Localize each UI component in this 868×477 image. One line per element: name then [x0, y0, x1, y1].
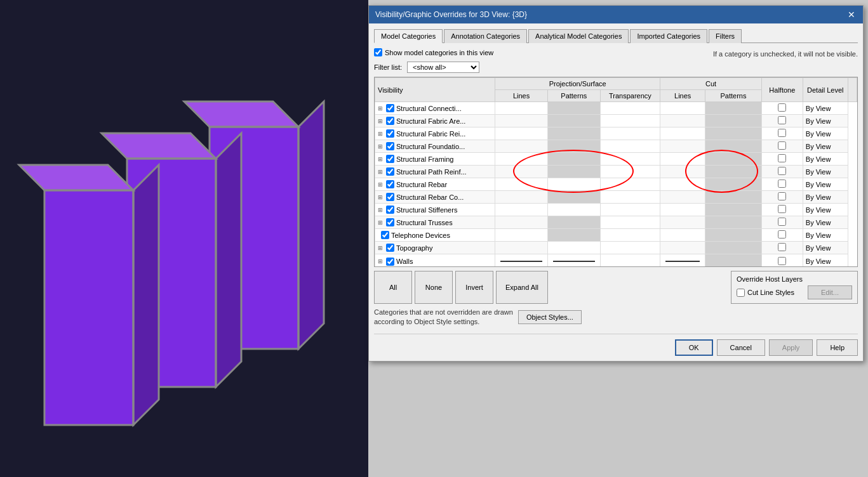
row-checkbox-5[interactable] [386, 167, 394, 176]
halftone-cell[interactable] [761, 140, 803, 153]
cut-patterns-cell[interactable] [705, 115, 762, 127]
halftone-cell[interactable] [761, 115, 803, 127]
proj-patterns-cell[interactable] [547, 242, 600, 254]
transparency-cell[interactable] [600, 254, 660, 268]
cut-patterns-cell[interactable] [705, 153, 762, 166]
cut-patterns-cell[interactable] [705, 140, 762, 153]
filter-dropdown[interactable]: <show all>Show allShow checkedShow unche… [407, 62, 479, 73]
expand-icon[interactable]: ⊞ [378, 194, 383, 200]
proj-patterns-cell[interactable] [547, 140, 600, 153]
expand-all-button[interactable]: Expand All [496, 271, 548, 304]
proj-lines-cell[interactable] [495, 166, 548, 178]
expand-icon[interactable]: ⊞ [378, 143, 383, 150]
invert-button[interactable]: Invert [455, 271, 493, 304]
halftone-cell[interactable] [761, 178, 803, 191]
proj-patterns-cell[interactable] [547, 115, 600, 127]
cut-lines-cell[interactable] [660, 254, 705, 268]
cut-patterns-cell[interactable] [705, 191, 762, 204]
cut-lines-cell[interactable] [660, 242, 705, 254]
halftone-checkbox-6[interactable] [778, 180, 786, 188]
proj-lines-cell[interactable] [495, 204, 548, 216]
row-checkbox-0[interactable] [386, 104, 394, 112]
apply-button[interactable]: Apply [769, 339, 813, 356]
halftone-cell[interactable] [761, 127, 803, 140]
expand-icon[interactable]: ⊞ [378, 245, 383, 251]
cut-lines-cell[interactable] [660, 140, 705, 153]
cut-patterns-cell[interactable] [705, 242, 762, 254]
cut-patterns-cell[interactable] [705, 166, 762, 178]
tab-model-categories[interactable]: Model Categories [374, 29, 443, 43]
halftone-checkbox-10[interactable] [778, 230, 786, 238]
row-checkbox-7[interactable] [386, 193, 394, 201]
proj-patterns-cell[interactable] [547, 216, 600, 229]
halftone-cell[interactable] [761, 204, 803, 216]
all-button[interactable]: All [374, 271, 412, 304]
halftone-cell[interactable] [761, 153, 803, 166]
halftone-checkbox-5[interactable] [778, 167, 786, 175]
halftone-checkbox-0[interactable] [778, 103, 786, 112]
cancel-button[interactable]: Cancel [717, 339, 765, 356]
halftone-checkbox-1[interactable] [778, 116, 786, 124]
proj-patterns-cell[interactable] [547, 127, 600, 140]
proj-lines-cell[interactable] [495, 242, 548, 254]
cut-patterns-cell[interactable] [705, 254, 762, 268]
halftone-checkbox-12[interactable] [778, 257, 786, 265]
row-checkbox-12[interactable] [386, 258, 394, 266]
cut-lines-cell[interactable] [660, 191, 705, 204]
proj-patterns-cell[interactable] [547, 178, 600, 191]
proj-lines-cell[interactable] [495, 140, 548, 153]
proj-lines-cell[interactable] [495, 127, 548, 140]
expand-icon[interactable]: ⊞ [378, 258, 383, 265]
cut-lines-cell[interactable] [660, 115, 705, 127]
halftone-checkbox-2[interactable] [778, 129, 786, 137]
cut-patterns-cell[interactable] [705, 127, 762, 140]
row-checkbox-1[interactable] [386, 117, 394, 125]
proj-patterns-cell[interactable] [547, 191, 600, 204]
proj-lines-cell[interactable] [495, 254, 548, 268]
cut-line-styles-checkbox[interactable] [737, 289, 745, 297]
show-categories-checkbox[interactable] [374, 48, 382, 56]
proj-lines-cell[interactable] [495, 115, 548, 127]
row-checkbox-11[interactable] [386, 244, 394, 252]
transparency-cell[interactable] [600, 140, 660, 153]
row-checkbox-10[interactable] [381, 231, 389, 239]
expand-icon[interactable]: ⊞ [378, 219, 383, 226]
transparency-cell[interactable] [600, 153, 660, 166]
expand-icon[interactable]: ⊞ [378, 105, 383, 112]
proj-patterns-cell[interactable] [547, 204, 600, 216]
transparency-cell[interactable] [600, 242, 660, 254]
transparency-cell[interactable] [600, 204, 660, 216]
expand-icon[interactable]: ⊞ [378, 207, 383, 213]
edit-button[interactable]: Edit... [808, 285, 852, 299]
halftone-cell[interactable] [761, 254, 803, 268]
tab-analytical-model[interactable]: Analytical Model Categories [528, 29, 629, 43]
row-checkbox-2[interactable] [386, 129, 394, 138]
transparency-cell[interactable] [600, 178, 660, 191]
halftone-cell[interactable] [761, 229, 803, 242]
halftone-checkbox-4[interactable] [778, 154, 786, 162]
row-checkbox-3[interactable] [386, 142, 394, 150]
halftone-checkbox-8[interactable] [778, 205, 786, 213]
tab-imported-categories[interactable]: Imported Categories [630, 29, 707, 43]
cut-patterns-cell[interactable] [705, 204, 762, 216]
row-checkbox-4[interactable] [386, 155, 394, 163]
proj-lines-cell[interactable] [495, 153, 548, 166]
close-button[interactable]: ✕ [846, 10, 857, 20]
proj-lines-cell[interactable] [495, 216, 548, 229]
transparency-cell[interactable] [600, 102, 660, 115]
cut-patterns-cell[interactable] [705, 102, 762, 115]
cut-patterns-cell[interactable] [705, 216, 762, 229]
row-checkbox-8[interactable] [386, 206, 394, 214]
halftone-cell[interactable] [761, 102, 803, 115]
expand-icon[interactable]: ⊞ [378, 156, 383, 162]
cut-patterns-cell[interactable] [705, 229, 762, 242]
cut-patterns-cell[interactable] [705, 178, 762, 191]
proj-lines-cell[interactable] [495, 229, 548, 242]
halftone-checkbox-11[interactable] [778, 243, 786, 251]
cut-lines-cell[interactable] [660, 166, 705, 178]
transparency-cell[interactable] [600, 191, 660, 204]
ok-button[interactable]: OK [675, 339, 713, 356]
expand-icon[interactable]: ⊞ [378, 118, 383, 124]
proj-patterns-cell[interactable] [547, 153, 600, 166]
proj-patterns-cell[interactable] [547, 254, 600, 268]
